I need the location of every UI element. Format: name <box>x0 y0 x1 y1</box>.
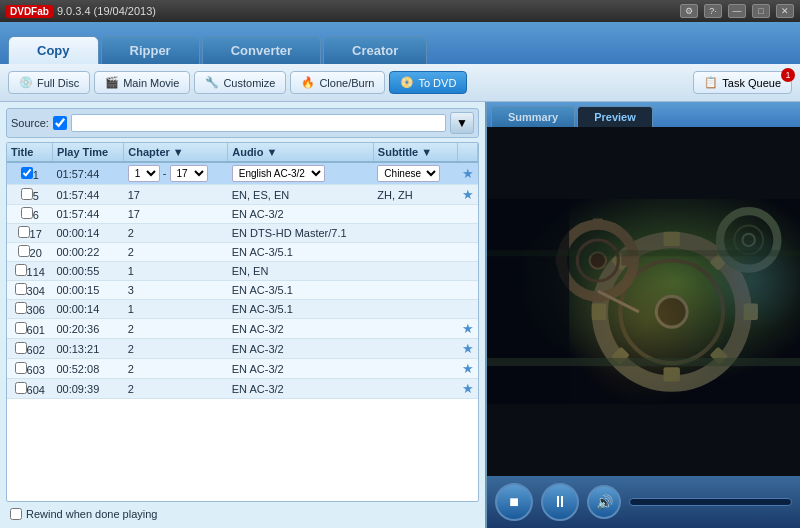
cell-star[interactable]: ★ <box>458 162 478 185</box>
clone-burn-btn[interactable]: 🔥 Clone/Burn <box>290 71 385 94</box>
cell-star[interactable] <box>458 224 478 243</box>
col-subtitle: Subtitle ▼ <box>373 143 457 162</box>
row-checkbox[interactable] <box>21 207 33 219</box>
tab-creator[interactable]: Creator <box>323 36 427 64</box>
cell-subtitle <box>373 262 457 281</box>
row-checkbox[interactable] <box>15 264 27 276</box>
cell-chapter: 2 <box>124 243 228 262</box>
cell-chapter: 1 <box>124 300 228 319</box>
tab-copy[interactable]: Copy <box>8 36 99 64</box>
table-row[interactable]: 30400:00:153EN AC-3/5.1 <box>7 281 478 300</box>
rewind-checkbox[interactable] <box>10 508 22 520</box>
cell-star[interactable] <box>458 243 478 262</box>
table-row[interactable]: 60200:13:212EN AC-3/2★ <box>7 339 478 359</box>
pause-btn[interactable]: ⏸ <box>541 483 579 521</box>
row-checkbox[interactable] <box>15 302 27 314</box>
source-browse-btn[interactable]: ▼ <box>450 112 474 134</box>
row-checkbox[interactable] <box>21 188 33 200</box>
table-row[interactable]: 501:57:4417EN, ES, ENZH, ZH★ <box>7 185 478 205</box>
subtitle-select[interactable]: Chinese <box>377 165 440 182</box>
cell-playtime: 00:00:55 <box>52 262 123 281</box>
cell-subtitle <box>373 205 457 224</box>
settings-icon[interactable]: ⚙ <box>680 4 698 18</box>
to-dvd-btn[interactable]: 📀 To DVD <box>389 71 467 94</box>
cell-audio: EN AC-3/2 <box>228 379 374 399</box>
cell-subtitle <box>373 339 457 359</box>
progress-bar[interactable] <box>629 498 792 506</box>
row-checkbox[interactable] <box>15 342 27 354</box>
row-checkbox[interactable] <box>15 382 27 394</box>
star-icon[interactable]: ★ <box>462 187 474 202</box>
full-disc-btn[interactable]: 💿 Full Disc <box>8 71 90 94</box>
chapter-from-select[interactable]: 1 <box>128 165 160 182</box>
cell-star[interactable]: ★ <box>458 185 478 205</box>
tab-preview[interactable]: Preview <box>577 106 653 127</box>
cell-star[interactable]: ★ <box>458 379 478 399</box>
help-icon[interactable]: ?· <box>704 4 722 18</box>
row-checkbox[interactable] <box>18 245 30 257</box>
main-content: Source: \\10.10.4.200\share\Blu-ray\Kick… <box>0 102 800 528</box>
main-movie-btn[interactable]: 🎬 Main Movie <box>94 71 190 94</box>
source-checkbox[interactable] <box>53 116 67 130</box>
star-icon[interactable]: ★ <box>462 381 474 396</box>
star-icon[interactable]: ★ <box>462 341 474 356</box>
row-checkbox[interactable] <box>15 283 27 295</box>
cell-star[interactable] <box>458 281 478 300</box>
cell-audio: EN AC-3/2 <box>228 205 374 224</box>
cell-chapter: 2 <box>124 379 228 399</box>
customize-btn[interactable]: 🔧 Customize <box>194 71 286 94</box>
source-bar: Source: \\10.10.4.200\share\Blu-ray\Kick… <box>6 108 479 138</box>
row-checkbox[interactable] <box>21 167 33 179</box>
cell-star[interactable]: ★ <box>458 339 478 359</box>
preview-tabs: Summary Preview <box>487 102 800 127</box>
cell-star[interactable] <box>458 262 478 281</box>
row-checkbox[interactable] <box>15 322 27 334</box>
cell-chapter: 2 <box>124 319 228 339</box>
cell-star[interactable]: ★ <box>458 319 478 339</box>
row-checkbox[interactable] <box>18 226 30 238</box>
cell-playtime: 00:09:39 <box>52 379 123 399</box>
cell-star[interactable]: ★ <box>458 359 478 379</box>
tab-summary[interactable]: Summary <box>491 106 575 127</box>
star-icon[interactable]: ★ <box>462 166 474 181</box>
chapter-to-select[interactable]: 17 <box>170 165 208 182</box>
title-bar-controls: ⚙ ?· — □ ✕ <box>680 4 794 18</box>
cell-playtime: 00:00:14 <box>52 300 123 319</box>
minimize-btn[interactable]: — <box>728 4 746 18</box>
table-row[interactable]: 30600:00:141EN AC-3/5.1 <box>7 300 478 319</box>
svg-rect-27 <box>487 358 800 366</box>
table-row[interactable]: 101:57:441 - 17English AC-3/2Chinese★ <box>7 162 478 185</box>
cell-playtime: 00:52:08 <box>52 359 123 379</box>
title-bar: DVDFab 9.0.3.4 (19/04/2013) ⚙ ?· — □ ✕ <box>0 0 800 22</box>
table-row[interactable]: 60300:52:082EN AC-3/2★ <box>7 359 478 379</box>
task-queue-btn[interactable]: 📋 Task Queue 1 <box>693 71 792 94</box>
cell-star[interactable] <box>458 205 478 224</box>
left-panel: Source: \\10.10.4.200\share\Blu-ray\Kick… <box>0 102 485 528</box>
table-row[interactable]: 60100:20:362EN AC-3/2★ <box>7 319 478 339</box>
table-container: Title Play Time Chapter ▼ Audio ▼ Subtit… <box>6 142 479 502</box>
stop-btn[interactable]: ■ <box>495 483 533 521</box>
table-row[interactable]: 601:57:4417EN AC-3/2 <box>7 205 478 224</box>
cell-star[interactable] <box>458 300 478 319</box>
audio-select[interactable]: English AC-3/2 <box>232 165 325 182</box>
task-queue-badge: 1 <box>781 68 795 82</box>
rewind-label[interactable]: Rewind when done playing <box>10 508 157 520</box>
cell-audio: EN, EN <box>228 262 374 281</box>
col-audio: Audio ▼ <box>228 143 374 162</box>
table-row[interactable]: 11400:00:551EN, EN <box>7 262 478 281</box>
table-row[interactable]: 1700:00:142EN DTS-HD Master/7.1 <box>7 224 478 243</box>
tab-converter[interactable]: Converter <box>202 36 321 64</box>
source-input[interactable]: \\10.10.4.200\share\Blu-ray\Kick_Ass.iso <box>71 114 446 132</box>
star-icon[interactable]: ★ <box>462 321 474 336</box>
row-checkbox[interactable] <box>15 362 27 374</box>
table-row[interactable]: 60400:09:392EN AC-3/2★ <box>7 379 478 399</box>
tab-ripper[interactable]: Ripper <box>101 36 200 64</box>
maximize-btn[interactable]: □ <box>752 4 770 18</box>
close-btn[interactable]: ✕ <box>776 4 794 18</box>
star-icon[interactable]: ★ <box>462 361 474 376</box>
cell-audio: EN AC-3/5.1 <box>228 300 374 319</box>
table-row[interactable]: 2000:00:222EN AC-3/5.1 <box>7 243 478 262</box>
volume-btn[interactable]: 🔊 <box>587 485 621 519</box>
table-header-row: Title Play Time Chapter ▼ Audio ▼ Subtit… <box>7 143 478 162</box>
cell-playtime: 01:57:44 <box>52 185 123 205</box>
